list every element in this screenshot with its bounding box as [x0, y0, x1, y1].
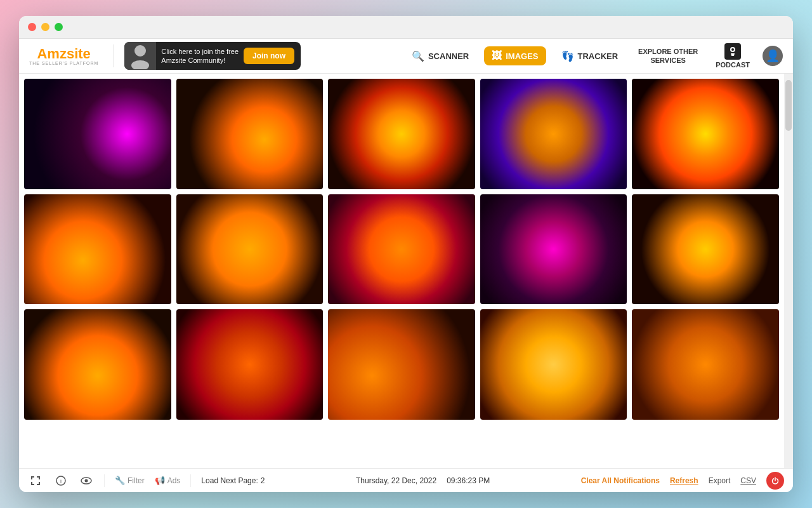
- user-icon: 👤: [766, 49, 780, 63]
- nav-tracker-label: TRACKER: [578, 51, 619, 61]
- info-icon[interactable]: i: [53, 473, 69, 488]
- grid-image-10[interactable]: [632, 194, 779, 305]
- image-grid-container[interactable]: [19, 74, 784, 468]
- minimize-button[interactable]: [41, 23, 49, 31]
- svg-point-0: [134, 45, 146, 57]
- filter-icon: 🔧: [115, 476, 125, 485]
- nav-podcast-label: PODCAST: [716, 61, 750, 69]
- svg-point-5: [85, 479, 88, 482]
- svg-point-1: [131, 60, 149, 69]
- promo-banner[interactable]: Click here to join the free Amzsite Comm…: [124, 42, 301, 70]
- power-button[interactable]: [766, 472, 784, 490]
- grid-image-12[interactable]: [176, 309, 324, 420]
- grid-image-11[interactable]: [24, 309, 171, 420]
- scanner-icon: 🔍: [412, 50, 424, 62]
- nav-images-label: IMAGES: [506, 51, 538, 61]
- nav-tracker[interactable]: 👣 TRACKER: [554, 46, 626, 66]
- grid-image-7[interactable]: [176, 194, 324, 305]
- fullscreen-icon[interactable]: [28, 473, 43, 488]
- logo-suffix: site: [67, 46, 91, 62]
- promo-line1: Click here to join the free: [161, 47, 239, 56]
- load-next-page: 2: [261, 476, 265, 485]
- bottom-bar: i 🔧 Filter 📢 Ads Load Next Page: 2: [19, 468, 793, 492]
- nav-images[interactable]: 🖼 IMAGES: [484, 46, 546, 65]
- export-label: Export: [709, 476, 731, 485]
- grid-image-14[interactable]: [480, 309, 627, 420]
- grid-image-9[interactable]: [480, 194, 627, 305]
- load-next-area[interactable]: Load Next Page: 2: [201, 476, 265, 485]
- podcast-icon: [724, 43, 741, 60]
- grid-image-15[interactable]: [632, 309, 779, 420]
- grid-image-8[interactable]: [328, 194, 475, 305]
- nav-podcast[interactable]: PODCAST: [710, 41, 755, 71]
- scrollbar-track[interactable]: [784, 74, 793, 468]
- close-button[interactable]: [28, 23, 36, 31]
- grid-image-2[interactable]: [176, 79, 324, 189]
- separator-1: [104, 474, 105, 487]
- ads-label: Ads: [167, 476, 181, 485]
- time-display: 09:36:23 PM: [447, 476, 490, 485]
- date-display: Thursday, 22 Dec, 2022: [356, 476, 436, 485]
- promo-avatar: [124, 42, 156, 70]
- nav-explore-label: EXPLORE OTHERSERVICES: [638, 47, 698, 65]
- svg-text:i: i: [60, 478, 62, 485]
- join-now-button[interactable]: Join now: [244, 48, 294, 64]
- content-area: [19, 74, 793, 468]
- images-icon: 🖼: [492, 50, 502, 62]
- logo-prefix: Amz: [37, 46, 66, 62]
- filter-label: Filter: [128, 476, 145, 485]
- clear-notifications-button[interactable]: Clear All Notifications: [581, 476, 660, 485]
- eye-icon[interactable]: [79, 473, 94, 488]
- maximize-button[interactable]: [55, 23, 63, 31]
- logo-tagline: THE SELLER'S PLATFORM: [29, 61, 98, 65]
- csv-button[interactable]: CSV: [740, 476, 756, 485]
- title-bar: [19, 16, 793, 39]
- image-grid: [24, 79, 779, 420]
- scrollbar-thumb[interactable]: [785, 80, 792, 131]
- nav-scanner[interactable]: 🔍 SCANNER: [404, 46, 476, 66]
- separator-2: [190, 474, 191, 487]
- nav-scanner-label: SCANNER: [428, 51, 469, 61]
- filter-area[interactable]: 🔧 Filter: [115, 476, 145, 485]
- load-next-label: Load Next Page:: [201, 476, 258, 485]
- nav-divider: [114, 44, 114, 67]
- grid-image-6[interactable]: [24, 194, 171, 305]
- user-avatar[interactable]: 👤: [763, 46, 783, 66]
- refresh-button[interactable]: Refresh: [670, 476, 698, 485]
- tracker-icon: 👣: [561, 50, 574, 62]
- nav-explore[interactable]: EXPLORE OTHERSERVICES: [633, 44, 703, 68]
- grid-image-13[interactable]: [328, 309, 475, 420]
- logo-text: Amzsite: [37, 47, 90, 61]
- grid-image-3[interactable]: [328, 79, 475, 189]
- promo-line2: Amzsite Community!: [161, 56, 239, 65]
- logo-area: Amzsite THE SELLER'S PLATFORM: [29, 47, 98, 65]
- ads-icon: 📢: [155, 476, 165, 485]
- grid-image-4[interactable]: [480, 79, 627, 189]
- promo-text: Click here to join the free Amzsite Comm…: [161, 47, 239, 65]
- grid-image-1[interactable]: [24, 79, 171, 189]
- ads-area[interactable]: 📢 Ads: [155, 476, 181, 485]
- nav-bar: Amzsite THE SELLER'S PLATFORM Click here…: [19, 39, 793, 74]
- grid-image-5[interactable]: [632, 79, 779, 189]
- main-window: Amzsite THE SELLER'S PLATFORM Click here…: [19, 16, 793, 492]
